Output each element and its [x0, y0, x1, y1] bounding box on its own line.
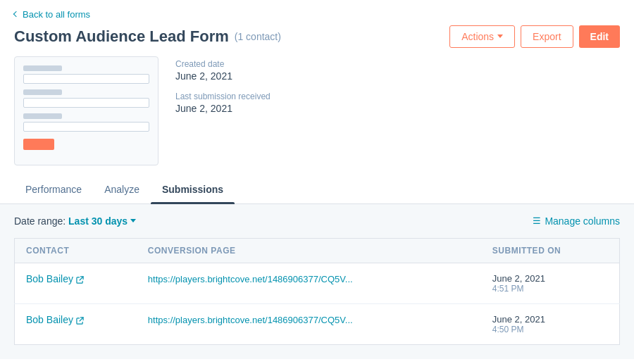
export-button[interactable]: Export [521, 25, 573, 48]
url-link-0[interactable]: https://players.brightcove.net/148690637… [148, 274, 353, 284]
external-link-icon-0 [76, 275, 84, 282]
page-title: Custom Audience Lead Form [14, 27, 229, 46]
last-submission-label: Last submission received [175, 92, 271, 101]
table-header-row: CONTACT CONVERSION PAGE SUBMITTED ON [15, 238, 620, 263]
contact-link-1[interactable]: Bob Bailey [26, 314, 84, 325]
header-left: Custom Audience Lead Form (1 contact) [14, 27, 281, 46]
submitted-date-1: June 2, 2021 [492, 314, 608, 325]
conversion-page-cell-1: https://players.brightcove.net/148690637… [137, 303, 481, 344]
header-row: Custom Audience Lead Form (1 contact) Ac… [0, 20, 634, 56]
dropdown-arrow-icon [497, 34, 503, 38]
col-header-submitted-on: SUBMITTED ON [481, 238, 620, 263]
submitted-on-cell-1: June 2, 2021 4:50 PM [481, 303, 620, 344]
submitted-date-0: June 2, 2021 [492, 273, 608, 284]
date-range-dropdown[interactable]: Last 30 days [68, 215, 136, 227]
actions-label: Actions [461, 31, 494, 42]
field-mock-3 [23, 113, 149, 132]
filter-row: Date range: Last 30 days ☰ Manage column… [14, 215, 620, 227]
contact-link-0[interactable]: Bob Bailey [26, 273, 84, 284]
conversion-page-cell-0: https://players.brightcove.net/148690637… [137, 263, 481, 303]
header-actions: Actions Export Edit [449, 25, 620, 48]
form-preview-area: Created date June 2, 2021 Last submissio… [0, 56, 634, 177]
date-range-label: Date range: [14, 215, 66, 227]
col-header-conversion-page: CONVERSION PAGE [137, 238, 481, 263]
field-mock-1 [23, 65, 149, 84]
field-input-mock-1 [23, 74, 149, 84]
edit-button[interactable]: Edit [579, 25, 620, 48]
created-date-label: Created date [175, 59, 271, 69]
col-header-contact: CONTACT [15, 238, 137, 263]
contact-cell-1: Bob Bailey [15, 303, 137, 344]
contact-cell-0: Bob Bailey [15, 263, 137, 303]
date-range-value: Last 30 days [68, 215, 128, 227]
content-area: Date range: Last 30 days ☰ Manage column… [0, 204, 634, 359]
tabs-bar: Performance Analyze Submissions [0, 177, 634, 204]
tab-analyze[interactable]: Analyze [93, 177, 151, 203]
chevron-left-icon [13, 11, 19, 17]
url-link-1[interactable]: https://players.brightcove.net/148690637… [148, 315, 353, 325]
columns-icon: ☰ [533, 215, 541, 226]
submitted-time-1: 4:50 PM [492, 325, 608, 334]
date-dropdown-arrow-icon [130, 219, 136, 222]
external-link-icon-1 [76, 315, 84, 323]
manage-columns-button[interactable]: ☰ Manage columns [533, 215, 620, 227]
tab-submissions[interactable]: Submissions [151, 177, 235, 203]
field-label-mock-1 [23, 65, 62, 71]
submitted-time-0: 4:51 PM [492, 284, 608, 294]
top-bar: Back to all forms [0, 0, 634, 20]
export-label: Export [533, 31, 561, 42]
field-mock-2 [23, 89, 149, 108]
date-range-section: Date range: Last 30 days [14, 215, 136, 227]
submitted-on-cell-0: June 2, 2021 4:51 PM [481, 263, 620, 303]
last-submission-value: June 2, 2021 [175, 103, 271, 114]
actions-button[interactable]: Actions [449, 25, 515, 48]
field-label-mock-3 [23, 113, 62, 119]
field-input-mock-2 [23, 98, 149, 108]
manage-columns-label: Manage columns [545, 215, 620, 227]
tab-performance[interactable]: Performance [14, 177, 93, 203]
submissions-table: CONTACT CONVERSION PAGE SUBMITTED ON Bob… [14, 238, 620, 345]
form-thumbnail [14, 56, 158, 165]
submit-btn-mock [23, 139, 54, 150]
created-date-value: June 2, 2021 [175, 70, 271, 82]
field-label-mock-2 [23, 89, 62, 95]
form-meta: Created date June 2, 2021 Last submissio… [175, 56, 271, 165]
table-row: Bob Bailey https://players.brightcove.ne… [15, 263, 620, 303]
back-link-label: Back to all forms [23, 9, 90, 20]
back-to-forms-link[interactable]: Back to all forms [14, 9, 90, 20]
contact-count: (1 contact) [235, 31, 281, 42]
table-row: Bob Bailey https://players.brightcove.ne… [15, 303, 620, 344]
field-input-mock-3 [23, 122, 149, 132]
